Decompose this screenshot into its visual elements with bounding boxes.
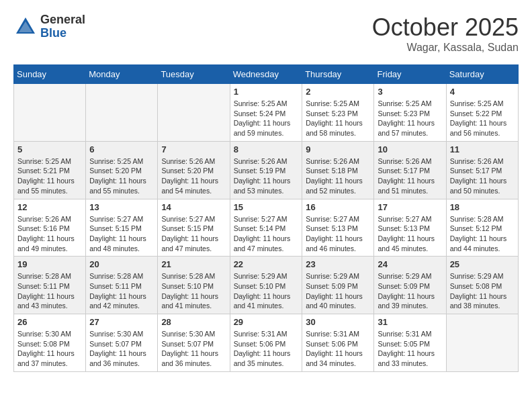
day-info: Sunrise: 5:31 AM Sunset: 5:06 PM Dayligh… (306, 329, 370, 369)
calendar-cell: 30Sunrise: 5:31 AM Sunset: 5:06 PM Dayli… (302, 314, 374, 372)
day-info: Sunrise: 5:25 AM Sunset: 5:21 PM Dayligh… (17, 156, 82, 196)
calendar-cell: 15Sunrise: 5:27 AM Sunset: 5:14 PM Dayli… (230, 199, 302, 257)
calendar-header-saturday: Saturday (446, 65, 518, 84)
day-info: Sunrise: 5:26 AM Sunset: 5:16 PM Dayligh… (17, 214, 82, 254)
day-number: 15 (234, 202, 299, 212)
day-number: 1 (234, 87, 299, 97)
day-number: 8 (234, 144, 299, 154)
day-info: Sunrise: 5:25 AM Sunset: 5:23 PM Dayligh… (378, 99, 442, 138)
calendar-cell: 6Sunrise: 5:25 AM Sunset: 5:20 PM Daylig… (86, 141, 158, 199)
day-number: 24 (378, 259, 442, 269)
day-info: Sunrise: 5:28 AM Sunset: 5:11 PM Dayligh… (17, 271, 82, 311)
calendar-cell: 18Sunrise: 5:28 AM Sunset: 5:12 PM Dayli… (446, 199, 518, 257)
day-number: 31 (378, 317, 442, 327)
day-info: Sunrise: 5:26 AM Sunset: 5:20 PM Dayligh… (161, 156, 226, 196)
calendar-header-monday: Monday (86, 65, 158, 84)
day-number: 18 (450, 202, 515, 212)
day-number: 10 (378, 144, 442, 154)
calendar-cell (86, 84, 158, 142)
day-number: 13 (89, 202, 154, 212)
calendar-cell: 20Sunrise: 5:28 AM Sunset: 5:11 PM Dayli… (86, 257, 158, 314)
day-info: Sunrise: 5:30 AM Sunset: 5:07 PM Dayligh… (161, 329, 226, 369)
calendar-cell: 10Sunrise: 5:26 AM Sunset: 5:17 PM Dayli… (374, 141, 446, 199)
calendar-table: SundayMondayTuesdayWednesdayThursdayFrid… (13, 64, 519, 372)
calendar-cell (446, 314, 518, 372)
calendar-cell: 25Sunrise: 5:29 AM Sunset: 5:08 PM Dayli… (446, 257, 518, 314)
day-number: 14 (161, 202, 226, 212)
day-number: 20 (89, 259, 154, 269)
calendar-cell: 16Sunrise: 5:27 AM Sunset: 5:13 PM Dayli… (302, 199, 374, 257)
calendar-week-row: 26Sunrise: 5:30 AM Sunset: 5:08 PM Dayli… (14, 314, 519, 372)
day-info: Sunrise: 5:29 AM Sunset: 5:08 PM Dayligh… (450, 271, 515, 311)
day-info: Sunrise: 5:30 AM Sunset: 5:07 PM Dayligh… (89, 329, 154, 369)
logo-general-text: General (40, 13, 85, 27)
calendar-cell (158, 84, 230, 142)
calendar-cell: 28Sunrise: 5:30 AM Sunset: 5:07 PM Dayli… (158, 314, 230, 372)
calendar-header-thursday: Thursday (302, 65, 374, 84)
day-number: 17 (378, 202, 442, 212)
day-info: Sunrise: 5:26 AM Sunset: 5:18 PM Dayligh… (306, 156, 370, 196)
day-number: 22 (234, 259, 299, 269)
day-number: 27 (89, 317, 154, 327)
calendar-cell: 24Sunrise: 5:29 AM Sunset: 5:09 PM Dayli… (374, 257, 446, 314)
logo: General Blue (13, 13, 85, 40)
calendar-cell (14, 84, 86, 142)
day-number: 7 (161, 144, 226, 154)
calendar-header-sunday: Sunday (14, 65, 86, 84)
day-info: Sunrise: 5:28 AM Sunset: 5:11 PM Dayligh… (89, 271, 154, 311)
month-title: October 2025 (372, 13, 519, 42)
day-info: Sunrise: 5:26 AM Sunset: 5:17 PM Dayligh… (378, 156, 442, 196)
calendar-week-row: 19Sunrise: 5:28 AM Sunset: 5:11 PM Dayli… (14, 257, 519, 314)
day-number: 16 (306, 202, 370, 212)
day-number: 6 (89, 144, 154, 154)
calendar-cell: 8Sunrise: 5:26 AM Sunset: 5:19 PM Daylig… (230, 141, 302, 199)
calendar-cell: 19Sunrise: 5:28 AM Sunset: 5:11 PM Dayli… (14, 257, 86, 314)
day-info: Sunrise: 5:25 AM Sunset: 5:23 PM Dayligh… (306, 99, 370, 138)
day-number: 29 (234, 317, 299, 327)
day-number: 21 (161, 259, 226, 269)
logo-blue-text: Blue (40, 27, 85, 40)
calendar-header-wednesday: Wednesday (230, 65, 302, 84)
calendar-cell: 4Sunrise: 5:25 AM Sunset: 5:22 PM Daylig… (446, 84, 518, 142)
day-number: 23 (306, 259, 370, 269)
calendar-week-row: 5Sunrise: 5:25 AM Sunset: 5:21 PM Daylig… (14, 141, 519, 199)
calendar-cell: 17Sunrise: 5:27 AM Sunset: 5:13 PM Dayli… (374, 199, 446, 257)
calendar-header-friday: Friday (374, 65, 446, 84)
day-info: Sunrise: 5:27 AM Sunset: 5:15 PM Dayligh… (161, 214, 226, 254)
day-number: 5 (17, 144, 82, 154)
calendar-cell: 1Sunrise: 5:25 AM Sunset: 5:24 PM Daylig… (230, 84, 302, 142)
calendar-cell: 27Sunrise: 5:30 AM Sunset: 5:07 PM Dayli… (86, 314, 158, 372)
day-info: Sunrise: 5:26 AM Sunset: 5:17 PM Dayligh… (450, 156, 515, 196)
day-number: 19 (17, 259, 82, 269)
calendar-header-row: SundayMondayTuesdayWednesdayThursdayFrid… (14, 65, 519, 84)
day-number: 30 (306, 317, 370, 327)
day-info: Sunrise: 5:29 AM Sunset: 5:10 PM Dayligh… (234, 271, 299, 311)
day-info: Sunrise: 5:28 AM Sunset: 5:10 PM Dayligh… (161, 271, 226, 311)
calendar-cell: 22Sunrise: 5:29 AM Sunset: 5:10 PM Dayli… (230, 257, 302, 314)
calendar-cell: 2Sunrise: 5:25 AM Sunset: 5:23 PM Daylig… (302, 84, 374, 142)
day-info: Sunrise: 5:25 AM Sunset: 5:24 PM Dayligh… (234, 99, 299, 138)
day-info: Sunrise: 5:30 AM Sunset: 5:08 PM Dayligh… (17, 329, 82, 369)
calendar-week-row: 12Sunrise: 5:26 AM Sunset: 5:16 PM Dayli… (14, 199, 519, 257)
day-info: Sunrise: 5:26 AM Sunset: 5:19 PM Dayligh… (234, 156, 299, 196)
calendar-cell: 21Sunrise: 5:28 AM Sunset: 5:10 PM Dayli… (158, 257, 230, 314)
calendar-cell: 5Sunrise: 5:25 AM Sunset: 5:21 PM Daylig… (14, 141, 86, 199)
calendar-cell: 31Sunrise: 5:31 AM Sunset: 5:05 PM Dayli… (374, 314, 446, 372)
day-info: Sunrise: 5:27 AM Sunset: 5:14 PM Dayligh… (234, 214, 299, 254)
day-info: Sunrise: 5:31 AM Sunset: 5:05 PM Dayligh… (378, 329, 442, 369)
day-number: 12 (17, 202, 82, 212)
day-number: 26 (17, 317, 82, 327)
calendar-cell: 3Sunrise: 5:25 AM Sunset: 5:23 PM Daylig… (374, 84, 446, 142)
calendar-cell: 23Sunrise: 5:29 AM Sunset: 5:09 PM Dayli… (302, 257, 374, 314)
title-block: October 2025 Wagar, Kassala, Sudan (372, 13, 519, 54)
day-info: Sunrise: 5:29 AM Sunset: 5:09 PM Dayligh… (306, 271, 370, 311)
day-number: 9 (306, 144, 370, 154)
page-header: General Blue October 2025 Wagar, Kassala… (13, 13, 519, 54)
calendar-cell: 29Sunrise: 5:31 AM Sunset: 5:06 PM Dayli… (230, 314, 302, 372)
calendar-cell: 26Sunrise: 5:30 AM Sunset: 5:08 PM Dayli… (14, 314, 86, 372)
day-info: Sunrise: 5:27 AM Sunset: 5:13 PM Dayligh… (378, 214, 442, 254)
location: Wagar, Kassala, Sudan (372, 42, 519, 54)
calendar-cell: 9Sunrise: 5:26 AM Sunset: 5:18 PM Daylig… (302, 141, 374, 199)
day-number: 25 (450, 259, 515, 269)
calendar-week-row: 1Sunrise: 5:25 AM Sunset: 5:24 PM Daylig… (14, 84, 519, 142)
